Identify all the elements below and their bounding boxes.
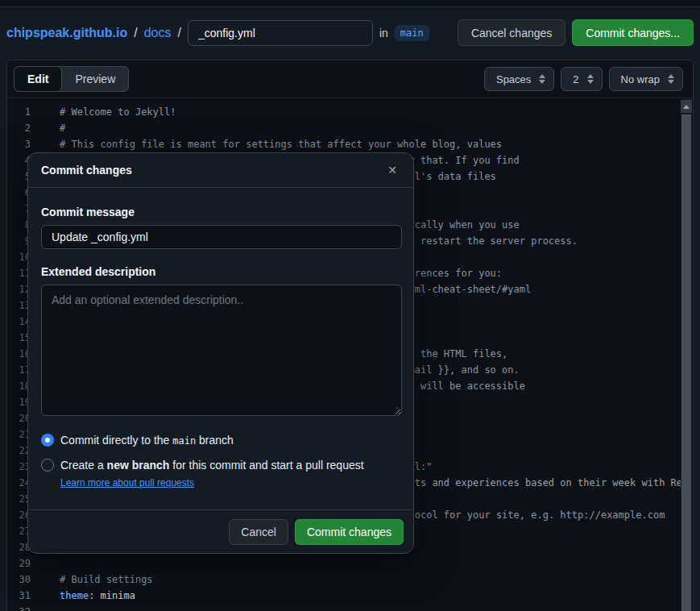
commit-changes-modal: Commit changes ✕ Commit message Extended… bbox=[27, 152, 414, 554]
modal-commit-button[interactable]: Commit changes bbox=[295, 519, 404, 545]
editor-scrollbar bbox=[681, 99, 692, 611]
commit-direct-branch: main bbox=[172, 435, 196, 447]
branch-badge: main bbox=[395, 25, 429, 41]
line-text: # This config file is meant for settings… bbox=[60, 136, 502, 152]
modal-footer: Cancel Commit changes bbox=[28, 509, 413, 553]
indent-mode-select-value: Spaces bbox=[496, 73, 531, 85]
modal-cancel-button[interactable]: Cancel bbox=[229, 519, 288, 545]
line-number: 1 bbox=[7, 104, 31, 120]
line-text: theme: minima bbox=[60, 588, 135, 604]
commit-direct-radio[interactable] bbox=[41, 434, 54, 447]
modal-header: Commit changes ✕ bbox=[28, 153, 413, 188]
commit-message-input[interactable] bbox=[41, 225, 402, 249]
line-number: 31 bbox=[7, 588, 31, 604]
new-branch-radio-row: Create a new branch for this commit and … bbox=[41, 458, 400, 472]
new-branch-bold: new branch bbox=[107, 459, 170, 472]
commit-direct-post: branch bbox=[196, 434, 234, 447]
breadcrumb-separator: / bbox=[134, 26, 137, 40]
new-branch-post: for this commit and start a pull request bbox=[169, 459, 363, 472]
scrollbar-up-button[interactable] bbox=[681, 100, 692, 113]
breadcrumb-folder-link[interactable]: docs bbox=[144, 26, 172, 40]
commit-message-label: Commit message bbox=[41, 206, 400, 218]
file-header: chipspeak.github.io / docs / in main Can… bbox=[0, 8, 700, 60]
code-line: 29 bbox=[7, 555, 693, 572]
unfold-icon bbox=[668, 74, 674, 84]
line-number: 32 bbox=[7, 604, 31, 611]
breadcrumb-separator: / bbox=[177, 26, 180, 40]
cancel-changes-button[interactable]: Cancel changes bbox=[458, 19, 565, 46]
unfold-icon bbox=[539, 74, 545, 84]
code-line: 30# Build settings bbox=[7, 572, 693, 588]
tab-preview[interactable]: Preview bbox=[62, 67, 128, 91]
extended-description-label: Extended description bbox=[41, 265, 400, 278]
tab-edit[interactable]: Edit bbox=[14, 67, 62, 91]
commit-direct-radio-row: Commit directly to the main branch bbox=[41, 433, 400, 448]
new-branch-label: Create a new branch for this commit and … bbox=[60, 458, 364, 472]
commit-changes-header-button[interactable]: Commit changes... bbox=[572, 19, 694, 46]
code-line: 1# Welcome to Jekyll! bbox=[7, 104, 693, 120]
code-line: 31theme: minima bbox=[7, 588, 693, 604]
learn-more-pull-requests-link[interactable]: Learn more about pull requests bbox=[60, 477, 194, 488]
new-branch-radio[interactable] bbox=[41, 459, 54, 472]
new-branch-pre: Create a bbox=[60, 459, 107, 472]
in-branch-label: in bbox=[379, 27, 388, 39]
edit-preview-tabs: EditPreview bbox=[14, 66, 129, 92]
modal-title: Commit changes bbox=[41, 164, 132, 177]
editor-settings-selects: Spaces2No wrap bbox=[484, 67, 686, 91]
filename-input[interactable] bbox=[188, 20, 373, 46]
breadcrumb-repo-link[interactable]: chipspeak.github.io bbox=[6, 26, 127, 40]
code-line: 2# bbox=[7, 120, 693, 136]
line-number: 3 bbox=[7, 136, 31, 152]
wrap-mode-select-value: No wrap bbox=[621, 73, 660, 85]
indent-size-select-value: 2 bbox=[573, 73, 578, 85]
commit-direct-label: Commit directly to the main branch bbox=[60, 433, 234, 448]
editor-toolbar: EditPreview Spaces2No wrap bbox=[7, 60, 693, 98]
modal-body: Commit message Extended description Comm… bbox=[28, 188, 413, 488]
header-buttons: Cancel changes Commit changes... bbox=[458, 19, 694, 46]
close-icon[interactable]: ✕ bbox=[384, 161, 400, 179]
line-number: 29 bbox=[7, 555, 31, 572]
code-line: 32 bbox=[7, 604, 693, 611]
line-number: 30 bbox=[7, 572, 31, 588]
commit-direct-pre: Commit directly to the bbox=[60, 434, 172, 447]
scrollbar-thumb[interactable] bbox=[681, 114, 691, 611]
line-text: # Build settings bbox=[60, 572, 153, 588]
line-text: # bbox=[60, 120, 65, 136]
line-text: # Welcome to Jekyll! bbox=[60, 104, 176, 120]
wrap-mode-select[interactable]: No wrap bbox=[609, 67, 683, 91]
indent-mode-select[interactable]: Spaces bbox=[484, 67, 554, 91]
code-line: 3# This config file is meant for setting… bbox=[7, 136, 693, 152]
global-nav-strip bbox=[0, 0, 700, 7]
indent-size-select[interactable]: 2 bbox=[561, 67, 602, 91]
unfold-icon bbox=[587, 74, 594, 84]
line-number: 2 bbox=[7, 120, 31, 136]
triangle-up-icon bbox=[683, 105, 690, 109]
extended-description-textarea[interactable] bbox=[41, 285, 402, 416]
breadcrumb: chipspeak.github.io / docs / in main bbox=[6, 19, 429, 47]
